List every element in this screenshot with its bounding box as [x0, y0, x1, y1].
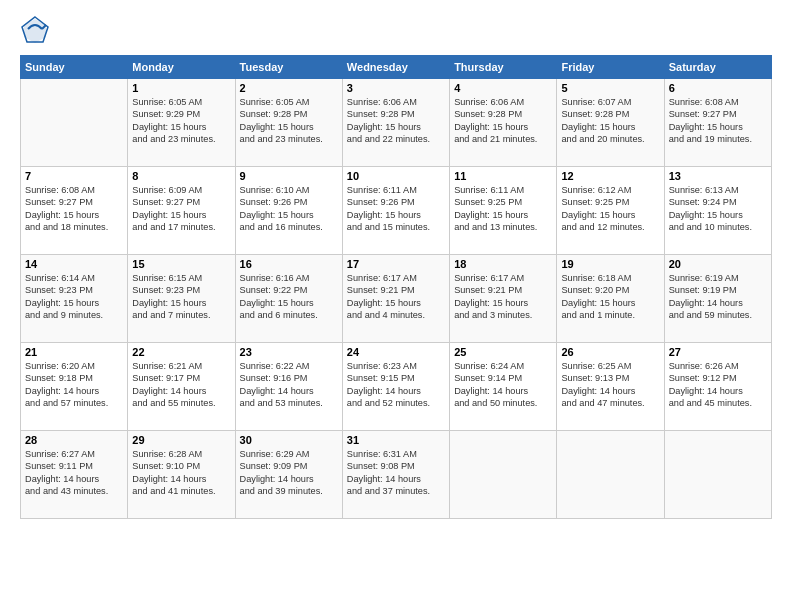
day-number: 26: [561, 346, 659, 358]
calendar-cell: 11Sunrise: 6:11 AMSunset: 9:25 PMDayligh…: [450, 167, 557, 255]
calendar-cell: [21, 79, 128, 167]
daylight-text-line2: and and 37 minutes.: [347, 486, 430, 496]
sunrise-text: Sunrise: 6:17 AM: [454, 273, 524, 283]
daylight-text-line2: and and 4 minutes.: [347, 310, 425, 320]
daylight-text-line2: and and 9 minutes.: [25, 310, 103, 320]
calendar-cell: 31Sunrise: 6:31 AMSunset: 9:08 PMDayligh…: [342, 431, 449, 519]
daylight-text-line2: and and 12 minutes.: [561, 222, 644, 232]
logo-icon: [20, 15, 50, 45]
calendar-cell: [664, 431, 771, 519]
daylight-text-line2: and and 7 minutes.: [132, 310, 210, 320]
daylight-text-line2: and and 13 minutes.: [454, 222, 537, 232]
day-number: 21: [25, 346, 123, 358]
day-number: 9: [240, 170, 338, 182]
daylight-text-line1: Daylight: 15 hours: [240, 122, 314, 132]
day-number: 27: [669, 346, 767, 358]
calendar-cell: 24Sunrise: 6:23 AMSunset: 9:15 PMDayligh…: [342, 343, 449, 431]
calendar-cell: 12Sunrise: 6:12 AMSunset: 9:25 PMDayligh…: [557, 167, 664, 255]
calendar-cell: 13Sunrise: 6:13 AMSunset: 9:24 PMDayligh…: [664, 167, 771, 255]
calendar-cell: 22Sunrise: 6:21 AMSunset: 9:17 PMDayligh…: [128, 343, 235, 431]
calendar-cell: 5Sunrise: 6:07 AMSunset: 9:28 PMDaylight…: [557, 79, 664, 167]
day-info: Sunrise: 6:21 AMSunset: 9:17 PMDaylight:…: [132, 360, 230, 410]
daylight-text-line1: Daylight: 15 hours: [25, 298, 99, 308]
sunset-text: Sunset: 9:25 PM: [454, 197, 522, 207]
day-info: Sunrise: 6:07 AMSunset: 9:28 PMDaylight:…: [561, 96, 659, 146]
sunrise-text: Sunrise: 6:10 AM: [240, 185, 310, 195]
day-info: Sunrise: 6:22 AMSunset: 9:16 PMDaylight:…: [240, 360, 338, 410]
day-info: Sunrise: 6:13 AMSunset: 9:24 PMDaylight:…: [669, 184, 767, 234]
sunset-text: Sunset: 9:28 PM: [454, 109, 522, 119]
weekday-header-friday: Friday: [557, 56, 664, 79]
weekday-header-wednesday: Wednesday: [342, 56, 449, 79]
sunset-text: Sunset: 9:09 PM: [240, 461, 308, 471]
sunset-text: Sunset: 9:11 PM: [25, 461, 93, 471]
weekday-header-row: SundayMondayTuesdayWednesdayThursdayFrid…: [21, 56, 772, 79]
daylight-text-line1: Daylight: 14 hours: [347, 386, 421, 396]
calendar-cell: [450, 431, 557, 519]
day-info: Sunrise: 6:10 AMSunset: 9:26 PMDaylight:…: [240, 184, 338, 234]
sunset-text: Sunset: 9:27 PM: [25, 197, 93, 207]
sunrise-text: Sunrise: 6:12 AM: [561, 185, 631, 195]
daylight-text-line1: Daylight: 15 hours: [347, 122, 421, 132]
daylight-text-line2: and and 16 minutes.: [240, 222, 323, 232]
sunset-text: Sunset: 9:23 PM: [132, 285, 200, 295]
calendar-cell: 6Sunrise: 6:08 AMSunset: 9:27 PMDaylight…: [664, 79, 771, 167]
day-number: 2: [240, 82, 338, 94]
day-number: 29: [132, 434, 230, 446]
sunrise-text: Sunrise: 6:07 AM: [561, 97, 631, 107]
daylight-text-line1: Daylight: 15 hours: [561, 210, 635, 220]
calendar-page: SundayMondayTuesdayWednesdayThursdayFrid…: [0, 0, 792, 612]
daylight-text-line2: and and 10 minutes.: [669, 222, 752, 232]
calendar-cell: 9Sunrise: 6:10 AMSunset: 9:26 PMDaylight…: [235, 167, 342, 255]
day-number: 10: [347, 170, 445, 182]
day-number: 1: [132, 82, 230, 94]
sunrise-text: Sunrise: 6:11 AM: [454, 185, 524, 195]
daylight-text-line1: Daylight: 14 hours: [669, 386, 743, 396]
day-info: Sunrise: 6:11 AMSunset: 9:25 PMDaylight:…: [454, 184, 552, 234]
day-info: Sunrise: 6:18 AMSunset: 9:20 PMDaylight:…: [561, 272, 659, 322]
calendar-table: SundayMondayTuesdayWednesdayThursdayFrid…: [20, 55, 772, 519]
calendar-cell: 20Sunrise: 6:19 AMSunset: 9:19 PMDayligh…: [664, 255, 771, 343]
daylight-text-line2: and and 23 minutes.: [132, 134, 215, 144]
day-info: Sunrise: 6:29 AMSunset: 9:09 PMDaylight:…: [240, 448, 338, 498]
sunset-text: Sunset: 9:17 PM: [132, 373, 200, 383]
sunset-text: Sunset: 9:28 PM: [347, 109, 415, 119]
sunrise-text: Sunrise: 6:15 AM: [132, 273, 202, 283]
day-number: 24: [347, 346, 445, 358]
calendar-cell: 16Sunrise: 6:16 AMSunset: 9:22 PMDayligh…: [235, 255, 342, 343]
day-number: 23: [240, 346, 338, 358]
sunset-text: Sunset: 9:22 PM: [240, 285, 308, 295]
sunset-text: Sunset: 9:14 PM: [454, 373, 522, 383]
daylight-text-line1: Daylight: 14 hours: [669, 298, 743, 308]
calendar-cell: 23Sunrise: 6:22 AMSunset: 9:16 PMDayligh…: [235, 343, 342, 431]
day-info: Sunrise: 6:09 AMSunset: 9:27 PMDaylight:…: [132, 184, 230, 234]
day-info: Sunrise: 6:28 AMSunset: 9:10 PMDaylight:…: [132, 448, 230, 498]
day-number: 16: [240, 258, 338, 270]
calendar-cell: 10Sunrise: 6:11 AMSunset: 9:26 PMDayligh…: [342, 167, 449, 255]
sunset-text: Sunset: 9:10 PM: [132, 461, 200, 471]
sunrise-text: Sunrise: 6:24 AM: [454, 361, 524, 371]
daylight-text-line2: and and 50 minutes.: [454, 398, 537, 408]
day-info: Sunrise: 6:11 AMSunset: 9:26 PMDaylight:…: [347, 184, 445, 234]
day-number: 13: [669, 170, 767, 182]
sunset-text: Sunset: 9:08 PM: [347, 461, 415, 471]
sunset-text: Sunset: 9:15 PM: [347, 373, 415, 383]
daylight-text-line1: Daylight: 15 hours: [132, 298, 206, 308]
daylight-text-line1: Daylight: 14 hours: [561, 386, 635, 396]
day-number: 30: [240, 434, 338, 446]
daylight-text-line2: and and 19 minutes.: [669, 134, 752, 144]
sunset-text: Sunset: 9:25 PM: [561, 197, 629, 207]
daylight-text-line1: Daylight: 15 hours: [132, 210, 206, 220]
calendar-cell: 29Sunrise: 6:28 AMSunset: 9:10 PMDayligh…: [128, 431, 235, 519]
calendar-cell: 25Sunrise: 6:24 AMSunset: 9:14 PMDayligh…: [450, 343, 557, 431]
sunrise-text: Sunrise: 6:16 AM: [240, 273, 310, 283]
daylight-text-line2: and and 45 minutes.: [669, 398, 752, 408]
day-info: Sunrise: 6:24 AMSunset: 9:14 PMDaylight:…: [454, 360, 552, 410]
sunset-text: Sunset: 9:27 PM: [132, 197, 200, 207]
day-number: 18: [454, 258, 552, 270]
day-info: Sunrise: 6:16 AMSunset: 9:22 PMDaylight:…: [240, 272, 338, 322]
sunset-text: Sunset: 9:16 PM: [240, 373, 308, 383]
daylight-text-line1: Daylight: 15 hours: [669, 210, 743, 220]
day-number: 25: [454, 346, 552, 358]
calendar-cell: 3Sunrise: 6:06 AMSunset: 9:28 PMDaylight…: [342, 79, 449, 167]
